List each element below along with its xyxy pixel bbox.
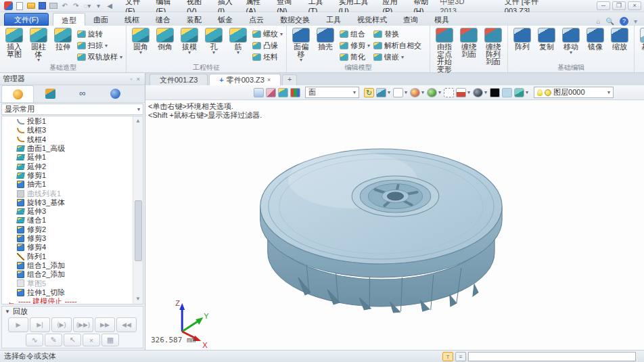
replay-header[interactable]: ▼ 回放	[2, 307, 143, 317]
tree-item[interactable]: 线框3	[2, 126, 133, 135]
ribbon-small-button[interactable]: 替换 ▾	[372, 28, 428, 40]
chevron-down-icon[interactable]: ▾	[438, 89, 441, 95]
save-icon[interactable]	[38, 1, 47, 10]
tree-item[interactable]: 延伸1	[2, 153, 133, 162]
replay-tool-button[interactable]: ↖	[64, 334, 81, 346]
restore-button[interactable]: ❐	[612, 1, 626, 10]
ribbon-button[interactable]: 面偏移 ▾	[289, 27, 313, 63]
ribbon-tab[interactable]: 点云	[241, 13, 272, 26]
ribbon-button[interactable]: 孔 ▾	[202, 27, 226, 55]
pin-icon[interactable]: ▫	[129, 76, 135, 83]
ribbon-small-button[interactable]: 凸缘 ▾	[251, 40, 284, 51]
document-tab[interactable]: 文件001.Z3	[150, 74, 208, 85]
ribbon-small-button[interactable]: 简化 ▾	[338, 51, 371, 63]
tree-item[interactable]: 曲线列表1	[2, 189, 133, 198]
ribbon-tab[interactable]: 装配	[179, 13, 210, 26]
minimize-button[interactable]: ─	[597, 1, 610, 10]
tree-item[interactable]: 曲面1_高级	[2, 144, 133, 153]
chevron-down-icon[interactable]: ▾	[484, 89, 487, 95]
ribbon-small-button[interactable]: 扫掠 ▾	[76, 40, 124, 51]
ribbon-button[interactable]: 复制 ▾	[534, 27, 559, 55]
ribbon-small-button[interactable]: 旋转 ▾	[76, 28, 124, 40]
replay-tool-button[interactable]: ×	[83, 334, 100, 346]
tree-filter-dropdown[interactable]: 显示常用 ▾	[1, 104, 143, 115]
model-canvas[interactable]: Z Y X <单击右键>环境相关选项. <Shift +鼠标右键>显示选择过滤器…	[145, 100, 644, 350]
list-toggle-icon[interactable]: ≡	[455, 352, 466, 361]
render-attributes-icon[interactable]	[290, 88, 300, 97]
ribbon-tab[interactable]: 缝合	[147, 13, 179, 26]
ribbon-tab[interactable]: 钣金	[210, 13, 241, 26]
replay-button[interactable]: ▶▶	[95, 317, 115, 332]
command-input[interactable]	[468, 352, 636, 361]
ribbon-button[interactable]: 移动 ▾	[559, 27, 583, 55]
undo-icon[interactable]: ↶	[60, 1, 69, 10]
ribbon-tab[interactable]: 线框	[116, 13, 147, 26]
auto-regen-icon[interactable]: ↻	[364, 88, 374, 97]
ribbon-button[interactable]: 抽壳 ▾	[313, 27, 338, 63]
tree-item[interactable]: 投影1	[2, 117, 133, 126]
replay-button[interactable]: ◀◀	[116, 317, 137, 332]
material-ball-icon[interactable]	[427, 88, 437, 97]
new-tab-button[interactable]: +	[282, 74, 297, 85]
chevron-down-icon[interactable]: ▾	[405, 89, 407, 95]
ribbon-small-button[interactable]: 双轨放样 ▾	[76, 51, 124, 63]
ribbon-small-button[interactable]: 螺纹 ▾	[251, 28, 284, 40]
replay-button[interactable]: (▶▶)	[73, 317, 93, 332]
tree-item[interactable]: 修剪4	[2, 243, 133, 252]
tree-item[interactable]: 草图5	[2, 279, 133, 288]
ribbon-small-button[interactable]: 坯料 ▾	[251, 51, 284, 63]
surface-display-icon[interactable]	[278, 88, 288, 97]
tree-item[interactable]: 组合2_添加	[2, 270, 133, 279]
replay-button[interactable]: ▶|	[30, 317, 50, 332]
clipboard-icon[interactable]	[254, 88, 264, 97]
background-color-swatch[interactable]	[490, 88, 500, 97]
replay-tool-button[interactable]: ▦	[101, 334, 119, 346]
open-file-icon[interactable]	[27, 1, 36, 10]
tab-close-icon[interactable]: ×	[267, 76, 271, 83]
tree-item[interactable]: ← ----- 建模停止 -----	[2, 297, 133, 304]
search-icon[interactable]: 🔍	[605, 18, 614, 25]
file-menu-button[interactable]: 文件(F)	[4, 13, 49, 26]
ribbon-button[interactable]: 插入草图 ▾	[2, 27, 26, 63]
ribbon-button[interactable]: 圆角 ▾	[129, 27, 153, 55]
tree-item[interactable]: 延伸2	[2, 162, 133, 171]
chevron-down-icon[interactable]: ▾	[467, 89, 470, 95]
ribbon-button[interactable]: 圆柱体 ▾	[26, 27, 51, 63]
ribbon-small-button[interactable]: 解析自相交 ▾	[372, 40, 428, 51]
visual-manager-tab[interactable]: ∞	[66, 85, 99, 102]
ribbon-tab[interactable]: 曲面	[85, 13, 116, 26]
ribbon-tab[interactable]: 工具	[318, 13, 349, 26]
tree-item[interactable]: 修剪3	[2, 234, 133, 243]
scroll-down-icon[interactable]: ▼	[135, 294, 141, 304]
tree-item[interactable]: 组合1_添加	[2, 261, 133, 270]
section-view-icon[interactable]	[456, 88, 466, 97]
ribbon-button[interactable]: 阵列 ▾	[510, 27, 534, 55]
tree-item[interactable]: 修剪2	[2, 225, 133, 234]
selection-mode-icon[interactable]: ◌▾	[83, 1, 92, 10]
chevron-down-icon[interactable]: ▾	[421, 89, 424, 95]
shadow-icon[interactable]	[473, 88, 483, 97]
ribbon-tab[interactable]: 视觉样式	[349, 13, 395, 26]
replay-tool-button[interactable]: ✎	[45, 334, 62, 346]
ribbon-small-button[interactable]: 修剪 ▾	[338, 40, 371, 51]
ribbon-button[interactable]: 缩放 ▾	[607, 27, 632, 55]
ribbon-tab[interactable]: 数据交换	[272, 13, 318, 26]
ribbon-button[interactable]: 基准面 ▾	[637, 27, 644, 70]
ribbon-button[interactable]: 拔模 ▾	[177, 27, 202, 55]
secondary-color-swatch[interactable]	[502, 88, 512, 97]
chevron-down-icon[interactable]: ▾	[526, 89, 528, 95]
bounding-box-icon[interactable]	[444, 88, 454, 97]
ribbon-button[interactable]: 拉伸 ▾	[51, 27, 75, 63]
collapse-icon[interactable]: ◀	[106, 1, 114, 10]
tree-item[interactable]: 线框4	[2, 135, 133, 144]
help-caret-icon[interactable]: ▾	[634, 18, 637, 25]
shaded-display-icon[interactable]	[376, 88, 386, 97]
assembly-manager-tab[interactable]	[34, 85, 66, 102]
tree-item[interactable]: 抽壳1	[2, 180, 133, 189]
ribbon-tab[interactable]: 查询	[395, 13, 426, 26]
history-manager-tab[interactable]	[1, 85, 34, 102]
ribbon-button[interactable]: 缠绕到面 ▾	[457, 27, 481, 78]
ribbon-small-button[interactable]: 组合 ▾	[338, 28, 371, 40]
ribbon-button[interactable]: 筋 ▾	[226, 27, 250, 55]
session-manager-tab[interactable]	[99, 85, 131, 102]
